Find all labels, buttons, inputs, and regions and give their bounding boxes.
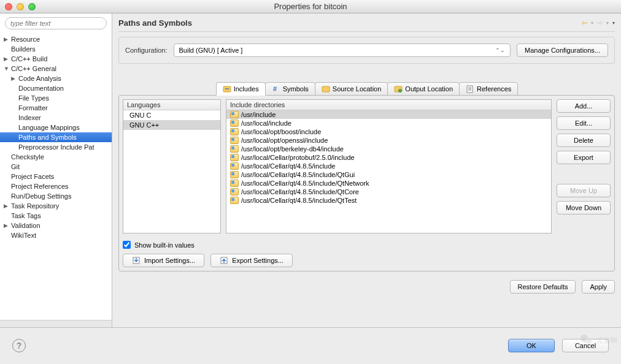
svg-point-9: [585, 338, 592, 344]
tree-item-preprocessor-include-pat[interactable]: Preprocessor Include Pat: [0, 142, 112, 152]
tree-item-formatter[interactable]: Formatter: [0, 103, 112, 113]
move-up-button[interactable]: Move Up: [557, 184, 611, 197]
include-dir-path: /usr/local/Cellar/qt/4.8.5/include/QtTes…: [241, 197, 357, 204]
tab-label: Includes: [234, 85, 259, 93]
show-builtin-label: Show built-in values: [134, 241, 195, 249]
disclosure-arrow-icon: ▶: [11, 75, 17, 82]
sidebar: ▶ResourceBuilders▶C/C++ Build▼C/C++ Gene…: [0, 13, 112, 327]
tab-symbols[interactable]: #Symbols: [265, 82, 315, 96]
ok-button[interactable]: OK: [508, 339, 555, 352]
tree-item-label: Indexer: [17, 114, 41, 121]
add-button[interactable]: Add...: [557, 99, 611, 113]
tree-item-paths-and-symbols[interactable]: Paths and Symbols: [0, 132, 112, 142]
include-dir-row[interactable]: /usr/local/opt/boost/include: [226, 127, 551, 136]
scrollbar[interactable]: [0, 320, 112, 327]
languages-header: Languages: [123, 100, 220, 110]
tree-item-task-tags[interactable]: Task Tags: [0, 211, 112, 221]
include-dir-row[interactable]: /usr/local/Cellar/protobuf/2.5.0/include: [226, 153, 551, 162]
tree-item-label: WikiText: [10, 232, 36, 239]
tab-output-location[interactable]: Output Location: [387, 82, 460, 96]
includes-panel: Languages GNU CGNU C++ Include directori…: [118, 95, 615, 271]
tree-item-language-mappings[interactable]: Language Mappings: [0, 123, 112, 132]
include-dir-row[interactable]: /usr/local/include: [226, 119, 551, 127]
include-dir-row[interactable]: /usr/local/Cellar/qt/4.8.5/include/QtNet…: [226, 179, 551, 188]
include-dir-row[interactable]: /usr/local/Cellar/qt/4.8.5/include: [226, 162, 551, 170]
export-button[interactable]: Export: [557, 151, 611, 164]
import-settings-button[interactable]: Import Settings...: [123, 254, 204, 267]
include-directories-list: Include directories /usr/include/usr/loc…: [226, 99, 552, 233]
references-icon: [466, 85, 474, 93]
language-item[interactable]: GNU C: [123, 110, 220, 120]
output-location-icon: [394, 85, 403, 93]
tree-item-c-c-build[interactable]: ▶C/C++ Build: [0, 54, 112, 64]
tree-item-label: Formatter: [17, 104, 48, 112]
configuration-group: Configuration: Build (GNU) [ Active ] ⌃⌄…: [118, 37, 615, 64]
include-dir-row[interactable]: /usr/include: [226, 110, 551, 119]
forward-icon[interactable]: ⇨: [597, 19, 603, 27]
configuration-label: Configuration:: [125, 47, 168, 54]
filter-input[interactable]: [5, 17, 107, 29]
tree-item-label: Paths and Symbols: [17, 134, 77, 141]
window-title: Properties for bitcoin: [0, 2, 621, 11]
tree-item-indexer[interactable]: Indexer: [0, 113, 112, 123]
includes-icon: [223, 85, 231, 93]
configuration-value: Build (GNU) [ Active ]: [179, 47, 243, 54]
language-item[interactable]: GNU C++: [123, 120, 220, 130]
delete-button[interactable]: Delete: [557, 134, 611, 147]
back-icon[interactable]: ⇦: [582, 19, 587, 27]
tree-item-label: Documentation: [17, 85, 64, 92]
manage-configurations-button[interactable]: Manage Configurations...: [517, 44, 608, 57]
show-builtin-checkbox[interactable]: [123, 241, 131, 249]
tab-source-location[interactable]: Source Location: [315, 82, 388, 96]
tree-item-wikitext[interactable]: WikiText: [0, 230, 112, 240]
menu-caret-icon[interactable]: ▾: [612, 20, 615, 26]
include-directories-header: Include directories: [226, 100, 551, 110]
edit-button[interactable]: Edit...: [557, 116, 611, 130]
export-settings-label: Export Settings...: [232, 257, 284, 264]
tree-item-checkstyle[interactable]: Checkstyle: [0, 152, 112, 162]
disclosure-arrow-icon: ▶: [4, 203, 10, 209]
folder-icon: [230, 137, 239, 144]
tree-item-project-references[interactable]: Project References: [0, 181, 112, 191]
restore-defaults-button[interactable]: Restore Defaults: [510, 280, 576, 294]
include-dir-row[interactable]: /usr/local/opt/berkeley-db4/include: [226, 145, 551, 153]
tree-item-c-c-general[interactable]: ▼C/C++ General: [0, 64, 112, 74]
disclosure-arrow-icon: ▶: [4, 36, 10, 42]
tree-item-validation[interactable]: ▶Validation: [0, 221, 112, 230]
tab-label: Symbols: [283, 85, 309, 93]
tree-item-task-repository[interactable]: ▶Task Repository: [0, 201, 112, 211]
folder-icon: [230, 171, 239, 178]
tree-item-file-types[interactable]: File Types: [0, 93, 112, 103]
include-dir-row[interactable]: /usr/local/opt/openssl/include: [226, 136, 551, 145]
include-dir-path: /usr/local/Cellar/qt/4.8.5/include: [241, 162, 335, 170]
svg-point-4: [398, 89, 402, 93]
forward-caret-icon[interactable]: ▾: [606, 20, 609, 26]
tab-label: Source Location: [333, 85, 382, 93]
configuration-combo[interactable]: Build (GNU) [ Active ] ⌃⌄: [174, 44, 511, 57]
move-down-button[interactable]: Move Down: [557, 201, 611, 214]
help-button[interactable]: ?: [12, 339, 26, 352]
tab-references[interactable]: References: [459, 82, 518, 96]
tree-item-label: Code Analysis: [17, 75, 61, 82]
export-settings-button[interactable]: Export Settings...: [210, 254, 293, 267]
tree-item-git[interactable]: Git: [0, 162, 112, 172]
tab-label: Output Location: [405, 85, 453, 93]
tree-item-resource[interactable]: ▶Resource: [0, 34, 112, 44]
apply-button[interactable]: Apply: [582, 280, 615, 294]
tab-includes[interactable]: Includes: [216, 82, 266, 96]
tree-item-project-facets[interactable]: Project Facets: [0, 172, 112, 181]
tree-item-label: Project Facets: [10, 173, 54, 180]
back-caret-icon[interactable]: ▾: [591, 20, 593, 26]
tree-item-documentation[interactable]: Documentation: [0, 83, 112, 93]
titlebar: Properties for bitcoin: [0, 0, 621, 13]
tree-item-builders[interactable]: Builders: [0, 44, 112, 54]
include-dir-row[interactable]: /usr/local/Cellar/qt/4.8.5/include/QtCor…: [226, 188, 551, 196]
tree-item-code-analysis[interactable]: ▶Code Analysis: [0, 74, 112, 83]
include-dir-row[interactable]: /usr/local/Cellar/qt/4.8.5/include/QtTes…: [226, 196, 551, 205]
tree-item-label: Checkstyle: [10, 153, 44, 161]
watermark: 汇智网: [579, 332, 617, 347]
include-dir-row[interactable]: /usr/local/Cellar/qt/4.8.5/include/QtGui: [226, 170, 551, 179]
folder-icon: [230, 128, 239, 135]
svg-text:#: #: [273, 85, 277, 93]
tree-item-run-debug-settings[interactable]: Run/Debug Settings: [0, 191, 112, 201]
